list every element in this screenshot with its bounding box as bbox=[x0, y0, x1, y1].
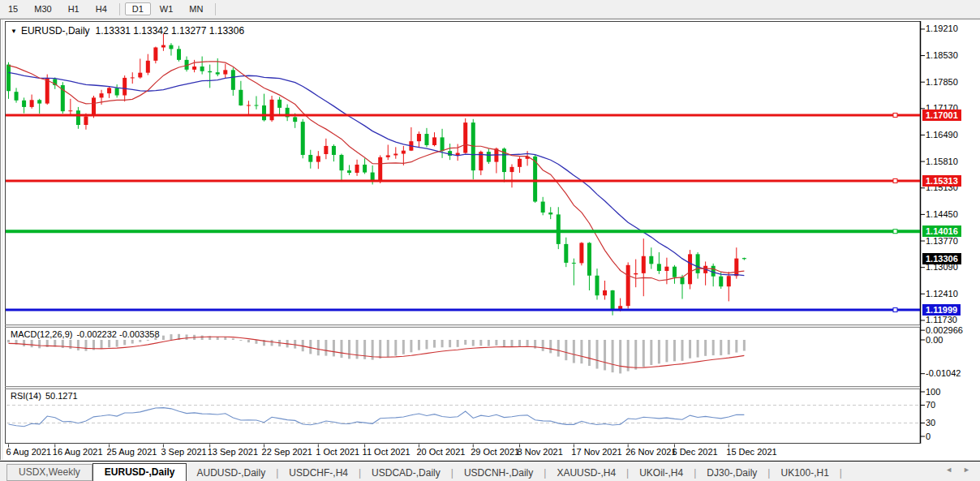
price-axis-label: 1.13770 bbox=[926, 236, 958, 246]
rsi-axis-label: 0 bbox=[926, 432, 931, 441]
chart-window[interactable] bbox=[0, 19, 980, 460]
price-axis-label: 1.12410 bbox=[926, 289, 958, 298]
toolbar-separator bbox=[119, 3, 120, 15]
date-axis-label: 13 Sep 2021 bbox=[208, 447, 258, 457]
current-price-chip: 1.13306 bbox=[922, 253, 961, 264]
tab-usdchf-h4[interactable]: USDCHF-,H4 bbox=[279, 465, 358, 481]
price-axis-label: 1.17850 bbox=[926, 77, 958, 87]
chart-symbol-label: EURUSD-,Daily bbox=[21, 25, 90, 37]
date-axis-label: 6 Aug 2021 bbox=[6, 447, 52, 457]
price-axis-label: 1.14450 bbox=[926, 209, 958, 219]
macd-values: -0.002232 -0.003358 bbox=[76, 329, 159, 339]
tab-audusd-daily[interactable]: AUDUSD-,Daily bbox=[187, 465, 275, 481]
date-axis-label: 8 Nov 2021 bbox=[518, 447, 563, 457]
scroll-right-icon[interactable]: ► bbox=[963, 466, 970, 474]
rsi-axis-label: 70 bbox=[926, 400, 935, 410]
macd-label: MACD(12,26,9)-0.002232 -0.003358 bbox=[11, 329, 160, 339]
date-axis-label: 26 Nov 2021 bbox=[625, 447, 676, 457]
rsi-value: 50.1271 bbox=[45, 391, 78, 401]
macd-name: MACD(12,26,9) bbox=[11, 329, 72, 339]
tab-separator: | bbox=[839, 467, 843, 481]
symbol-tabbar: USDX,WeeklyEURUSD-,DailyAUDUSD-,Daily|US… bbox=[0, 461, 980, 481]
tf-button-w1[interactable]: W1 bbox=[153, 2, 181, 15]
tab-scroll-arrows: ◄ ► bbox=[945, 466, 970, 474]
date-axis-label: 3 Sep 2021 bbox=[161, 447, 206, 457]
macd-axis-label: 0.002966 bbox=[926, 325, 963, 335]
tf-button-15[interactable]: 15 bbox=[1, 2, 25, 15]
tab-dj30-daily[interactable]: DJ30-,Daily bbox=[697, 465, 767, 481]
price-axis-label: 1.15810 bbox=[926, 157, 958, 166]
chevron-down-icon[interactable]: ▼ bbox=[11, 28, 17, 35]
tab-usdcnh-daily[interactable]: USDCNH-,Daily bbox=[454, 465, 543, 481]
price-axis-label: 1.11730 bbox=[926, 315, 957, 324]
tf-button-m30[interactable]: M30 bbox=[27, 2, 58, 15]
tf-button-d1[interactable]: D1 bbox=[125, 2, 151, 15]
tab-uk100-h1[interactable]: UK100-,H1 bbox=[771, 465, 838, 481]
rsi-label: RSI(14)50.1271 bbox=[11, 391, 78, 401]
scroll-left-icon[interactable]: ◄ bbox=[945, 466, 952, 474]
date-axis-label: 6 Dec 2021 bbox=[672, 447, 717, 457]
date-axis-label: 1 Oct 2021 bbox=[316, 447, 359, 457]
tab-usdcad-daily[interactable]: USDCAD-,Daily bbox=[362, 465, 450, 481]
tf-button-mn[interactable]: MN bbox=[182, 2, 210, 15]
rsi-name: RSI(14) bbox=[11, 391, 41, 401]
tab-usdx-weekly[interactable]: USDX,Weekly bbox=[6, 464, 92, 481]
price-axis-label: 1.19210 bbox=[926, 24, 958, 33]
date-axis-label: 11 Oct 2021 bbox=[363, 447, 410, 457]
rsi-axis-label: 100 bbox=[926, 387, 940, 397]
rsi-axis-label: 30 bbox=[926, 418, 935, 427]
level-price-chip: 1.15313 bbox=[922, 175, 961, 187]
price-axis-label: 1.16490 bbox=[926, 130, 958, 140]
tab-eurusd-daily[interactable]: EURUSD-,Daily bbox=[92, 463, 187, 481]
date-axis-label: 29 Oct 2021 bbox=[471, 447, 519, 457]
date-axis-label: 25 Aug 2021 bbox=[107, 447, 157, 457]
chart-title: ▼EURUSD-,Daily1.13331 1.13342 1.13277 1.… bbox=[11, 25, 244, 37]
chart-ohlc-values: 1.13331 1.13342 1.13277 1.13306 bbox=[96, 25, 245, 37]
window-edge bbox=[2, 19, 3, 460]
tf-button-h4[interactable]: H4 bbox=[88, 2, 114, 15]
tab-ukoil-h4[interactable]: UKOil-,H4 bbox=[630, 465, 693, 481]
level-price-chip: 1.11999 bbox=[922, 304, 961, 316]
date-axis-label: 17 Nov 2021 bbox=[571, 447, 621, 457]
macd-axis-label: 0.00 bbox=[926, 335, 943, 345]
date-axis-label: 15 Dec 2021 bbox=[726, 447, 776, 457]
date-axis-label: 16 Aug 2021 bbox=[53, 447, 103, 457]
date-axis-label: 20 Oct 2021 bbox=[416, 447, 465, 457]
timeframe-toolbar: 15M30H1H4D1W1MN bbox=[0, 0, 980, 19]
toolbar-separator bbox=[215, 3, 216, 15]
macd-axis-label: -0.01042 bbox=[926, 368, 961, 378]
level-price-chip: 1.14016 bbox=[922, 225, 961, 237]
price-axis-label: 1.18530 bbox=[926, 50, 958, 60]
tf-button-h1[interactable]: H1 bbox=[61, 2, 87, 15]
tab-xauusd-h4[interactable]: XAUUSD-,H4 bbox=[547, 465, 625, 481]
level-price-chip: 1.17001 bbox=[922, 110, 961, 121]
mt4-terminal: { "toolbar": { "timeframes": ["15", "M30… bbox=[0, 0, 980, 481]
date-axis-label: 22 Sep 2021 bbox=[262, 447, 312, 457]
